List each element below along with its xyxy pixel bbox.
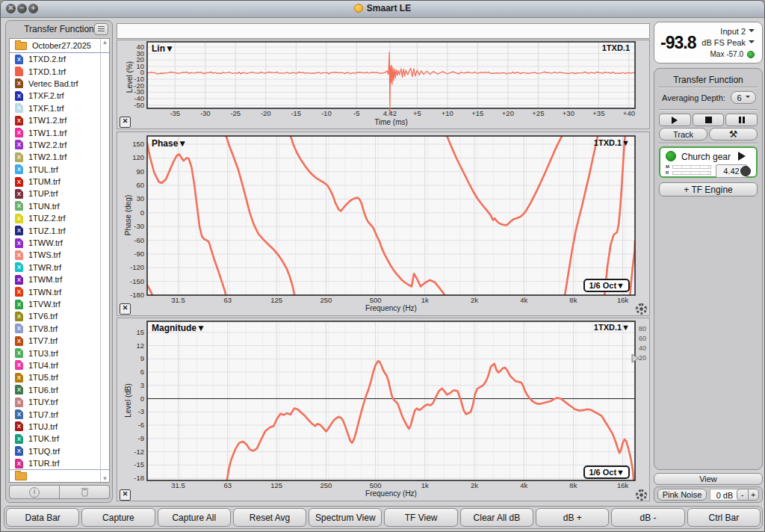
magnitude-settings-gear-icon[interactable] — [636, 489, 647, 501]
file-item[interactable]: X1TUP.trf — [10, 188, 109, 200]
phase-smoothing-dropdown[interactable]: 1/6 Oct▼ — [583, 279, 630, 292]
sidebar-menu-button[interactable] — [94, 23, 108, 35]
record-icon[interactable] — [740, 166, 751, 176]
file-item-label: 1TW1.1.trf — [28, 129, 66, 137]
file-item[interactable]: X1TUZ.2.trf — [10, 212, 109, 224]
svg-text:-180: -180 — [130, 291, 144, 299]
stop-button[interactable] — [693, 114, 725, 126]
file-item-label: 1TUP.trf — [28, 189, 58, 198]
level-decrease-button[interactable]: - — [737, 489, 748, 501]
phase-type-dropdown[interactable]: Phase▼ — [152, 138, 187, 149]
add-tf-engine-button[interactable]: + TF Engine — [659, 182, 758, 197]
magnitude-smoothing-dropdown[interactable]: 1/6 Oct▼ — [583, 466, 630, 479]
magnitude-chart-plot[interactable]: 31.5631252505001k2k4k8k16k15129630-3-6-9… — [117, 318, 649, 501]
toolbar-button-data-bar[interactable]: Data Bar — [6, 508, 79, 527]
file-delete-button[interactable] — [60, 485, 110, 499]
file-item[interactable]: XVertec Bad.trf — [10, 78, 109, 90]
phase-trace-dropdown[interactable]: 1TXD.1▼ — [594, 138, 630, 147]
tf-engine-church-gear[interactable]: Church gear M R 4.42 — [659, 146, 758, 178]
file-item[interactable]: X1TUQ.trf — [10, 445, 109, 457]
file-item[interactable]: X1TW1.2.trf — [10, 114, 109, 126]
folder-item[interactable]: October27.2025 — [10, 39, 109, 53]
lin-chart-plot[interactable]: -35-30-25-20-15-10-54.42+5+10+15+20+25+3… — [117, 40, 649, 129]
file-item[interactable]: X1TW1.1.trf — [10, 126, 109, 138]
trf-file-icon: X — [15, 140, 23, 149]
meter-scale-dropdown[interactable]: dB FS Peak — [701, 38, 755, 47]
toolbar-button-tf-view[interactable]: TF View — [384, 508, 457, 527]
averaging-depth-dropdown[interactable]: 6 — [731, 91, 756, 104]
svg-text:-15: -15 — [134, 460, 144, 468]
toolbar-button-clear-all-db[interactable]: Clear All dB — [460, 508, 533, 527]
file-item[interactable]: X1TXF.2.trf — [10, 90, 109, 102]
lin-chart-panel[interactable]: -35-30-25-20-15-10-54.42+5+10+15+20+25+3… — [117, 40, 650, 129]
lin-type-dropdown[interactable]: Lin▼ — [152, 43, 174, 54]
toolbar-button-db-[interactable]: dB - — [611, 508, 684, 527]
file-item[interactable]: X1TWN.trf — [10, 285, 109, 297]
trf-file-list[interactable]: October27.2025X1TXD.2.trf1TXD.1.trfXVert… — [9, 38, 110, 483]
file-item[interactable]: X1TUL.trf — [10, 164, 109, 176]
file-item[interactable]: X1TU4.trf — [10, 359, 109, 371]
file-item[interactable]: X1TXF.1.trf — [10, 102, 109, 114]
magnitude-close-button[interactable]: ✕ — [120, 489, 131, 501]
file-item[interactable]: X1TU5.trf — [10, 371, 109, 383]
file-item[interactable]: X1TVW.trf — [10, 298, 109, 310]
file-item[interactable]: X1TW2.2.trf — [10, 139, 109, 151]
tools-button[interactable]: ⚒ — [709, 128, 758, 140]
play-button[interactable] — [659, 114, 691, 126]
level-increase-button[interactable]: + — [748, 489, 760, 501]
file-info-button[interactable]: i — [9, 485, 60, 499]
file-item[interactable]: X1TUJ.trf — [10, 421, 109, 433]
track-button[interactable]: Track — [659, 128, 707, 140]
toolbar-button-spectrum-view[interactable]: Spectrum View — [309, 508, 382, 527]
file-item[interactable]: X1TUN.trf — [10, 200, 109, 212]
scroll-down-icon[interactable]: ▼ — [102, 475, 108, 482]
engine-play-icon[interactable] — [738, 152, 750, 161]
trf-file-icon: X — [15, 409, 23, 419]
file-item[interactable]: X1TUR.trf — [10, 457, 109, 469]
file-item[interactable]: X1TXD.2.trf — [10, 53, 109, 65]
scroll-up-icon[interactable]: ▲ — [102, 39, 108, 46]
magnitude-type-dropdown[interactable]: Magnitude▼ — [152, 323, 205, 333]
svg-text:31.5: 31.5 — [171, 296, 185, 304]
toolbar-button-capture-all[interactable]: Capture All — [158, 508, 231, 527]
file-list-scrollbar[interactable]: ▲ ▼ — [100, 39, 108, 482]
file-item[interactable]: X1TWM.trf — [10, 273, 109, 285]
file-item[interactable]: X1TV8.trf — [10, 323, 109, 335]
toolbar-button-ctrl-bar[interactable]: Ctrl Bar — [687, 508, 761, 527]
file-item[interactable]: 1TXD.1.trf — [10, 65, 109, 77]
pink-noise-button[interactable]: Pink Noise — [657, 489, 707, 501]
folder-item[interactable] — [10, 469, 109, 482]
phase-chart-panel[interactable]: 31.5631252505001k2k4k8k16k1501209060300-… — [117, 132, 650, 316]
toolbar-button-reset-avg[interactable]: Reset Avg — [233, 508, 306, 527]
file-item[interactable]: X1TWS.trf — [10, 249, 109, 261]
file-item-label: 1TW1.2.trf — [28, 116, 66, 125]
svg-text:1k: 1k — [421, 481, 429, 489]
view-button[interactable]: View — [654, 473, 763, 485]
file-item[interactable]: X1TUZ.1.trf — [10, 224, 109, 236]
pause-button[interactable] — [725, 114, 758, 126]
lin-trace-label[interactable]: 1TXD.1 — [602, 43, 630, 52]
file-item[interactable]: X1TU3.trf — [10, 347, 109, 359]
file-item[interactable]: X1TUM.trf — [10, 176, 109, 188]
magnitude-chart-panel[interactable]: 31.5631252505001k2k4k8k16k15129630-3-6-9… — [117, 318, 650, 501]
file-item[interactable]: X1TU7.trf — [10, 408, 109, 420]
file-item[interactable]: X1TV6.trf — [10, 310, 109, 322]
file-item-label: 1TUR.trf — [28, 459, 60, 468]
file-item[interactable]: X1TWW.trf — [10, 237, 109, 249]
phase-close-button[interactable]: ✕ — [120, 303, 131, 315]
input-select-dropdown[interactable]: Input 2 — [720, 27, 755, 36]
phase-chart-plot[interactable]: 31.5631252505001k2k4k8k16k1501209060300-… — [117, 132, 649, 315]
file-item[interactable]: X1TWR.trf — [10, 262, 109, 273]
lin-close-button[interactable]: ✕ — [120, 117, 131, 128]
file-item[interactable]: X1TUK.trf — [10, 433, 109, 445]
file-item[interactable]: X1TW2.1.trf — [10, 151, 109, 163]
file-item-label: 1TUK.trf — [28, 434, 59, 443]
file-item[interactable]: X1TU6.trf — [10, 384, 109, 396]
file-item[interactable]: X1TUY.trf — [10, 396, 109, 408]
magnitude-y-axis-title: Level (dB) — [124, 383, 132, 418]
magnitude-trace-dropdown[interactable]: 1TXD.1▼ — [594, 323, 630, 332]
toolbar-button-capture[interactable]: Capture — [81, 508, 155, 527]
phase-settings-gear-icon[interactable] — [636, 303, 647, 315]
toolbar-button-db-[interactable]: dB + — [536, 508, 609, 527]
file-item[interactable]: X1TV7.trf — [10, 335, 109, 347]
